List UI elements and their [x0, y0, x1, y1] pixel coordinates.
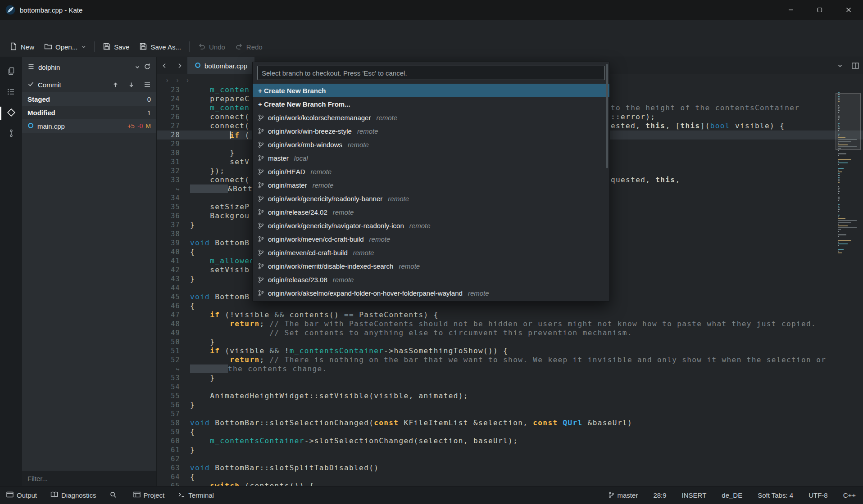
git-branch-indicator[interactable]: master — [609, 491, 638, 500]
push-icon[interactable] — [112, 81, 119, 88]
modified-count: 1 — [147, 109, 151, 117]
undo-button[interactable]: Undo — [193, 40, 230, 54]
tab-list-chevron-icon[interactable] — [832, 57, 848, 74]
back-button[interactable] — [157, 57, 172, 74]
forward-button[interactable] — [172, 57, 187, 74]
symbols-tool-button[interactable] — [0, 82, 22, 103]
branch-item[interactable]: master local — [253, 151, 609, 165]
kate-logo-icon — [5, 5, 15, 15]
menu-item[interactable] — [58, 25, 68, 32]
line-content: return; // There is nothing on the bar t… — [185, 356, 863, 364]
chevron-down-icon[interactable] — [135, 63, 140, 71]
branch-item-name: origin/meven/cd-craft-build — [268, 249, 348, 256]
menu-item[interactable] — [112, 25, 123, 32]
commit-graph-tool-button[interactable] — [0, 124, 22, 144]
staged-section-row[interactable]: Staged 0 — [22, 92, 156, 106]
chevron-down-icon[interactable] — [82, 45, 86, 49]
code-line: 48 return; // The bar with PasteContents… — [157, 320, 863, 328]
line-number: 46 — [157, 302, 185, 310]
commit-check-icon — [27, 81, 34, 89]
line-number: 28 — [157, 130, 185, 140]
modified-section-row[interactable]: Modified 1 — [22, 106, 156, 119]
branch-item[interactable]: origin/meven/cd-craft-build remote — [253, 246, 609, 259]
menu-item[interactable] — [25, 25, 36, 32]
git-branch-icon — [258, 222, 264, 229]
new-button[interactable]: New — [5, 40, 39, 54]
minimize-button[interactable] — [777, 0, 805, 20]
line-number: 42 — [157, 266, 185, 274]
line-content — [185, 410, 863, 418]
dictionary-locale[interactable]: de_DE — [722, 491, 742, 499]
syntax-mode[interactable]: C++ — [843, 491, 856, 499]
breadcrumb-item[interactable] — [182, 76, 193, 84]
hamburger-menu-icon[interactable] — [144, 81, 151, 88]
line-content: // Set contents to anything else to circ… — [185, 328, 863, 338]
git-tool-button[interactable] — [0, 103, 22, 124]
branch-item[interactable]: origin/release/23.08 remote — [253, 273, 609, 286]
branch-item-name: origin/work/meven/cd-craft-build — [268, 235, 364, 243]
branch-item[interactable]: + Create New Branch — [253, 84, 609, 97]
commit-graph-icon — [7, 129, 16, 140]
branch-item[interactable]: origin/work/win-breeze-style remote — [253, 124, 609, 138]
maximize-button[interactable] — [805, 0, 834, 20]
branch-item[interactable]: origin/work/merritt/disable-indexed-sear… — [253, 259, 609, 273]
git-branch-icon — [258, 182, 264, 189]
branch-item[interactable]: origin/work/genericity/readonly-banner r… — [253, 192, 609, 205]
menu-item[interactable] — [47, 25, 58, 32]
diagnostics-toggle[interactable]: Diagnostics — [50, 491, 96, 499]
branch-item-scope: remote — [409, 222, 431, 230]
search-toggle[interactable] — [110, 491, 120, 500]
git-diamond-icon — [7, 108, 16, 119]
branch-item[interactable]: origin/release/24.02 remote — [253, 205, 609, 219]
split-view-icon[interactable] — [848, 57, 863, 74]
project-list-icon — [27, 63, 35, 72]
documents-tool-button[interactable] — [0, 62, 22, 82]
breadcrumb-item[interactable] — [162, 76, 173, 84]
line-content: } — [185, 374, 863, 382]
branch-item[interactable]: origin/work/rmb-windows remote — [253, 138, 609, 151]
menu-item[interactable] — [79, 25, 90, 32]
project-toggle[interactable]: Project — [133, 491, 165, 499]
input-mode[interactable]: INSERT — [682, 491, 707, 499]
menu-item[interactable] — [14, 25, 25, 32]
branch-item[interactable]: origin/work/kcolorschememanager remote — [253, 111, 609, 124]
code-line: 62 — [157, 454, 863, 464]
branch-item[interactable]: origin/work/meven/cd-craft-build remote — [253, 232, 609, 246]
branch-item[interactable]: origin/master remote — [253, 178, 609, 192]
tab-bottombar-cpp[interactable]: bottombar.cpp — [187, 57, 254, 74]
breadcrumb-item[interactable] — [173, 76, 183, 84]
close-button[interactable] — [834, 0, 863, 20]
menu-item[interactable] — [90, 25, 101, 32]
terminal-toggle[interactable]: Terminal — [178, 491, 214, 499]
tab-settings[interactable]: Soft Tabs: 4 — [758, 491, 793, 499]
commit-button[interactable]: Commit — [38, 81, 61, 89]
minimap[interactable] — [838, 92, 858, 254]
save-as-button[interactable]: Save As... — [134, 40, 186, 54]
branch-item[interactable]: origin/HEAD remote — [253, 165, 609, 178]
code-line: 60 m_contentsContainer->slotSelectionCha… — [157, 436, 863, 446]
menu-item[interactable] — [36, 25, 47, 32]
filter-input[interactable] — [22, 471, 156, 486]
open-button-label: Open... — [55, 43, 77, 51]
output-icon — [6, 491, 14, 499]
open-button[interactable]: Open... — [39, 40, 91, 54]
branch-item[interactable]: origin/work/genericity/navigator-readonl… — [253, 219, 609, 232]
menu-item[interactable] — [4, 25, 14, 32]
menu-item[interactable] — [68, 25, 79, 32]
output-toggle[interactable]: Output — [6, 491, 37, 499]
branch-item[interactable]: origin/work/akselmo/expand-folder-on-hov… — [253, 286, 609, 300]
branch-item[interactable]: + Create New Branch From... — [253, 97, 609, 111]
tab-label: bottombar.cpp — [204, 62, 247, 70]
encoding[interactable]: UTF-8 — [808, 491, 828, 499]
popup-scrollbar-thumb[interactable] — [606, 64, 608, 168]
save-button[interactable]: Save — [98, 40, 134, 54]
branch-search-input[interactable] — [258, 66, 604, 80]
menu-item[interactable] — [101, 25, 112, 32]
cursor-position[interactable]: 28:9 — [653, 491, 666, 499]
modified-file-row[interactable]: main.cpp +5 -0 M — [22, 119, 156, 133]
project-selector[interactable]: dolphin — [22, 57, 156, 77]
refresh-icon[interactable] — [144, 63, 151, 72]
pull-icon[interactable] — [128, 81, 135, 88]
line-number: 34 — [157, 194, 185, 202]
redo-button[interactable]: Redo — [230, 40, 268, 54]
